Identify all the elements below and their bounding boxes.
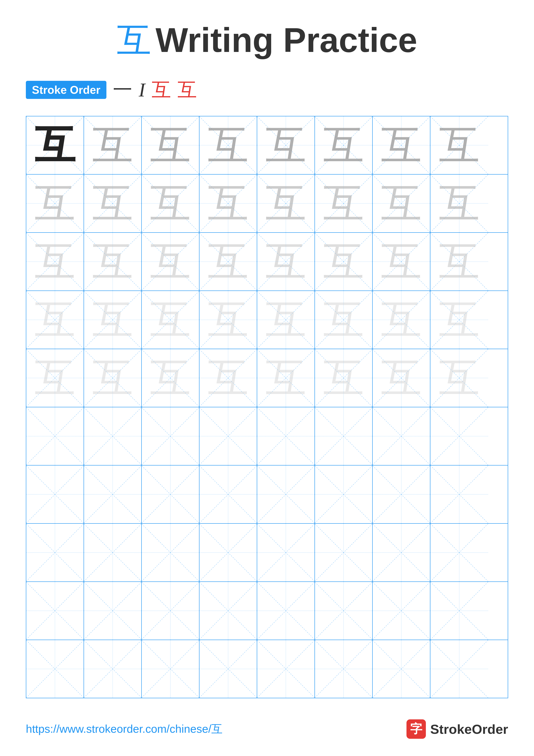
grid-cell[interactable]: 互 (257, 116, 315, 174)
grid-cell[interactable]: 互 (430, 349, 488, 407)
grid-cell[interactable]: 互 (315, 116, 373, 174)
grid-cell[interactable] (315, 640, 373, 698)
svg-line-97 (26, 466, 84, 523)
grid-cell[interactable] (430, 640, 488, 698)
grid-cell[interactable]: 互 (26, 116, 84, 174)
grid-cell[interactable] (84, 407, 142, 465)
grid-cell[interactable]: 互 (199, 116, 257, 174)
grid-cell[interactable] (315, 524, 373, 581)
grid-cell[interactable] (373, 466, 430, 523)
grid-cell[interactable]: 互 (199, 291, 257, 349)
grid-cell[interactable]: 互 (315, 349, 373, 407)
grid-cell[interactable]: 互 (257, 291, 315, 349)
grid-cell[interactable] (373, 582, 430, 640)
svg-line-131 (84, 582, 141, 639)
grid-cell[interactable] (142, 466, 199, 523)
grid-cell[interactable] (26, 582, 84, 640)
grid-cell[interactable]: 互 (199, 349, 257, 407)
grid-cell[interactable] (199, 524, 257, 581)
grid-cell[interactable]: 互 (257, 233, 315, 290)
grid-cell[interactable] (430, 524, 488, 581)
grid-cell[interactable]: 互 (26, 349, 84, 407)
grid-cell[interactable]: 互 (142, 116, 199, 174)
grid-cell[interactable] (199, 640, 257, 698)
stroke-order-chars: 一 I 互 互 (113, 77, 197, 103)
svg-line-85 (142, 408, 199, 465)
svg-line-107 (315, 466, 372, 523)
grid-cell[interactable]: 互 (373, 175, 430, 232)
grid-cell[interactable]: 互 (430, 116, 488, 174)
grid-cell[interactable]: 互 (142, 349, 199, 407)
grid-cell[interactable] (315, 407, 373, 465)
grid-cell[interactable] (430, 582, 488, 640)
grid-cell[interactable] (142, 524, 199, 581)
grid-cell[interactable] (430, 466, 488, 523)
grid-cell[interactable]: 互 (430, 291, 488, 349)
grid-cell[interactable] (84, 524, 142, 581)
grid-cell[interactable]: 互 (142, 233, 199, 290)
practice-char: 互 (35, 241, 75, 282)
grid-cell[interactable]: 互 (26, 291, 84, 349)
grid-cell[interactable] (373, 640, 430, 698)
grid-cell[interactable]: 互 (26, 175, 84, 232)
page-title: 互Writing Practice (0, 0, 534, 64)
grid-cell[interactable] (26, 466, 84, 523)
grid-cell[interactable] (142, 640, 199, 698)
svg-line-122 (315, 524, 372, 581)
grid-cell[interactable]: 互 (373, 233, 430, 290)
grid-cell[interactable] (315, 466, 373, 523)
grid-cell[interactable] (84, 582, 142, 640)
grid-cell[interactable]: 互 (84, 116, 142, 174)
grid-cell[interactable]: 互 (84, 291, 142, 349)
svg-line-157 (373, 640, 430, 698)
grid-cell[interactable] (257, 407, 315, 465)
grid-cell[interactable]: 互 (430, 233, 488, 290)
grid-cell[interactable]: 互 (84, 175, 142, 232)
footer: https://www.strokeorder.com/chinese/互 字 … (0, 719, 534, 739)
grid-cell[interactable]: 互 (373, 291, 430, 349)
grid-cell[interactable] (26, 524, 84, 581)
grid-cell[interactable] (26, 640, 84, 698)
grid-cell[interactable]: 互 (142, 175, 199, 232)
grid-cell[interactable]: 互 (257, 349, 315, 407)
grid-cell[interactable]: 互 (315, 291, 373, 349)
grid-cell[interactable]: 互 (430, 175, 488, 232)
svg-line-152 (257, 640, 315, 698)
grid-cell[interactable]: 互 (84, 233, 142, 290)
svg-line-125 (373, 524, 430, 581)
grid-cell[interactable] (84, 466, 142, 523)
grid-cell[interactable] (257, 466, 315, 523)
grid-cell[interactable] (373, 524, 430, 581)
practice-char: 互 (92, 125, 133, 166)
stroke-step-1: 一 (113, 77, 132, 103)
grid-cell[interactable]: 互 (142, 291, 199, 349)
grid-cell[interactable] (199, 582, 257, 640)
grid-cell[interactable] (373, 407, 430, 465)
grid-cell[interactable] (199, 407, 257, 465)
grid-cell[interactable]: 互 (26, 233, 84, 290)
svg-line-121 (257, 524, 315, 581)
practice-grid: 互 互 互 互 互 互 互 互 互 互 (26, 116, 508, 698)
grid-cell[interactable]: 互 (373, 349, 430, 407)
grid-cell[interactable] (142, 582, 199, 640)
grid-cell[interactable] (26, 407, 84, 465)
practice-char: 互 (35, 183, 75, 224)
grid-row (26, 466, 508, 524)
grid-cell[interactable] (84, 640, 142, 698)
svg-line-143 (430, 582, 488, 640)
grid-cell[interactable]: 互 (373, 116, 430, 174)
grid-cell[interactable]: 互 (315, 233, 373, 290)
grid-cell[interactable]: 互 (199, 233, 257, 290)
grid-cell[interactable]: 互 (84, 349, 142, 407)
grid-cell[interactable]: 互 (315, 175, 373, 232)
grid-cell[interactable]: 互 (257, 175, 315, 232)
grid-cell[interactable] (257, 640, 315, 698)
grid-cell[interactable] (315, 582, 373, 640)
grid-cell[interactable] (257, 582, 315, 640)
grid-cell[interactable] (142, 407, 199, 465)
grid-cell[interactable] (199, 466, 257, 523)
grid-cell[interactable]: 互 (199, 175, 257, 232)
grid-cell[interactable] (430, 407, 488, 465)
grid-cell[interactable] (257, 524, 315, 581)
svg-line-156 (373, 640, 430, 698)
